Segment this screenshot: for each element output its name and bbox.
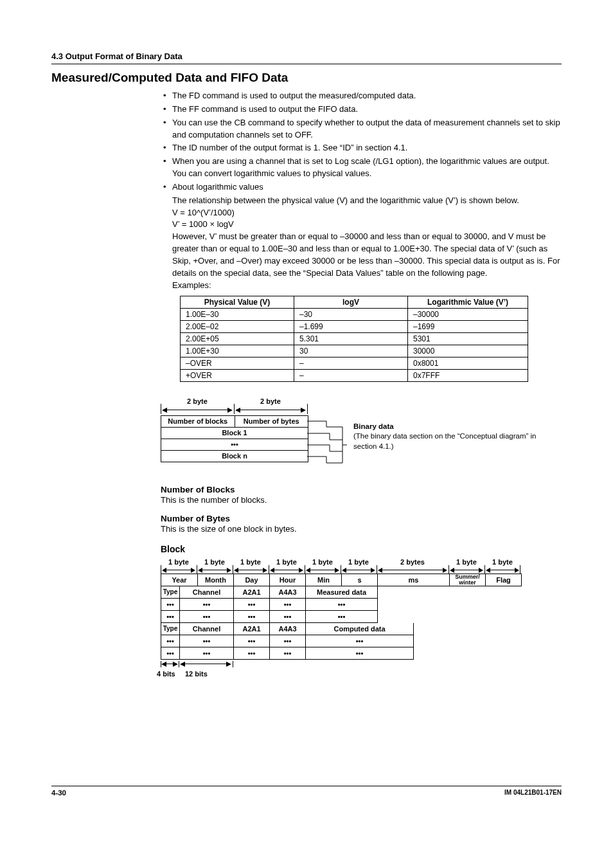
- cell-ms: ms: [377, 574, 449, 586]
- cell-year: Year: [161, 574, 197, 586]
- cell-channel: Channel: [179, 623, 233, 635]
- bullet-item: The FF command is used to output the FIF…: [161, 104, 562, 116]
- table-header: Logarithmic Value (V’): [408, 296, 528, 308]
- byte-label: 1 byte: [341, 558, 377, 567]
- cell-channel: Channel: [179, 586, 233, 598]
- label-4bits: 4 bits: [157, 670, 175, 678]
- cell-type: Type: [161, 623, 179, 635]
- table-row: 1.00E–30–30–30000: [181, 308, 528, 320]
- table-row: –OVER–0x8001: [181, 357, 528, 369]
- byte-label: 1 byte: [269, 558, 305, 567]
- cell-day: Day: [233, 574, 269, 586]
- bullet-list: The FD command is used to output the mea…: [161, 90, 562, 194]
- byte-label: 1 byte: [449, 558, 484, 567]
- cell-ellipsis: •••: [161, 439, 308, 450]
- cell-sec: s: [341, 574, 377, 586]
- cell-summer-winter: Summer/winter: [449, 574, 485, 586]
- page-title: Measured/Computed Data and FIFO Data: [51, 71, 562, 85]
- cell-computed-data: Computed data: [305, 623, 413, 635]
- body-number-of-bytes: This is the size of one block in bytes.: [161, 523, 562, 535]
- byte-label: 1 byte: [484, 558, 520, 567]
- byte-label: 1 byte: [197, 558, 233, 567]
- cell-flag: Flag: [485, 574, 521, 586]
- cell-measured-data: Measured data: [305, 586, 377, 598]
- label-12bits: 12 bits: [185, 670, 208, 678]
- cell-number-of-blocks: Number of blocks: [161, 416, 235, 427]
- bullet-item: You can use the CB command to specify wh…: [161, 117, 562, 141]
- cell-type: Type: [161, 586, 179, 598]
- dim-label: 2 byte: [234, 397, 307, 405]
- cell-a4a3: A4A3: [269, 623, 305, 635]
- bullet-item: The ID number of the output format is 1.…: [161, 142, 562, 154]
- subhead-number-of-blocks: Number of Blocks: [161, 485, 562, 494]
- bullet-item: The FD command is used to output the mea…: [161, 90, 562, 102]
- byte-label: 1 byte: [233, 558, 269, 567]
- byte-label: 1 byte: [305, 558, 341, 567]
- bullet-item: About logarithmic values: [161, 181, 562, 194]
- cell-month: Month: [197, 574, 233, 586]
- byte-label: 2 bytes: [377, 558, 449, 567]
- log-examples-label: Examples:: [161, 280, 562, 292]
- log-note: However, V’ must be greater than or equa…: [161, 231, 562, 279]
- cell-blockn: Block n: [161, 450, 308, 462]
- cell-min: Min: [305, 574, 341, 586]
- cell-a2a1: A2A1: [233, 586, 269, 598]
- cell-a2a1: A2A1: [233, 623, 269, 635]
- log-eq2: V’ = 1000 × logV: [161, 219, 562, 231]
- section-header: 4.3 Output Format of Binary Data: [51, 51, 562, 64]
- connector-lines: [307, 415, 352, 466]
- log-intro: The relationship between the physical va…: [161, 195, 562, 207]
- log-eq1: V = 10^(V’/1000): [161, 207, 562, 219]
- doc-id: IM 04L21B01-17EN: [504, 789, 562, 797]
- cell-hour: Hour: [269, 574, 305, 586]
- table-row: 1.00E+303030000: [181, 345, 528, 357]
- bullet-item: When you are using a channel that is set…: [161, 156, 562, 180]
- binary-layout-diagram: 2 byte 2 byte Number of blocks Number of…: [161, 400, 562, 477]
- byte-label: 1 byte: [161, 558, 197, 567]
- cell-block1: Block 1: [161, 427, 308, 439]
- table-row: 2.00E–02–1.699–1699: [181, 320, 528, 332]
- page-footer: 4-30 IM 04L21B01-17EN: [51, 786, 562, 797]
- table-row: +OVER–0x7FFF: [181, 369, 528, 381]
- body-number-of-blocks: This is the number of blocks.: [161, 494, 562, 506]
- page-number: 4-30: [51, 789, 66, 797]
- bits-dimension: 4 bits 12 bits: [161, 661, 562, 683]
- dim-label: 2 byte: [161, 397, 234, 405]
- table-header: Physical Value (V): [181, 296, 294, 308]
- cell-a4a3: A4A3: [269, 586, 305, 598]
- block-layout-box: Number of blocks Number of bytes Block 1…: [161, 415, 308, 462]
- table-row: 2.00E+055.3015301: [181, 332, 528, 345]
- table-header: logV: [294, 296, 408, 308]
- block-structure-diagram: 1 byte 1 byte 1 byte 1 byte 1 byte 1 byt…: [161, 558, 562, 683]
- subhead-block: Block: [161, 544, 562, 554]
- value-table: Physical Value (V) logV Logarithmic Valu…: [180, 296, 528, 382]
- cell-number-of-bytes: Number of bytes: [235, 416, 308, 427]
- subhead-number-of-bytes: Number of Bytes: [161, 514, 562, 523]
- binary-data-label: Binary data (The binary data section on …: [353, 422, 562, 452]
